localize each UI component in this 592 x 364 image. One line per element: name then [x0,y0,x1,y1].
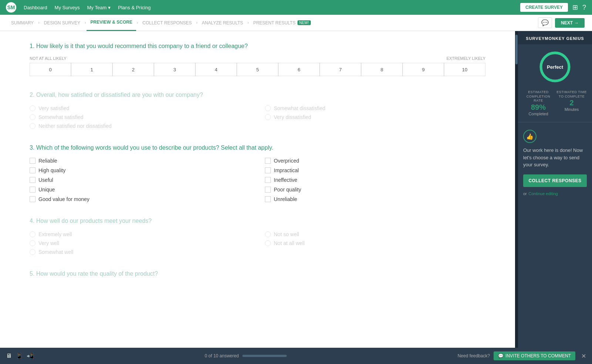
checkbox-unreliable[interactable] [265,196,271,202]
nav-dashboard[interactable]: Dashboard [24,5,47,10]
q3-option-impractical[interactable]: Impractical [265,167,485,173]
q3-label-unreliable: Unreliable [274,196,297,202]
breadcrumb-present-results[interactable]: PRESENT RESULTS NEW! [249,15,314,31]
q3-option-poor-quality[interactable]: Poor quality [265,187,485,193]
q4-option-5: Somewhat well [30,249,250,255]
question-3-options: Reliable Overpriced High quality Impract… [30,158,485,202]
question-4: 4. How well do our products meet your ne… [30,217,485,255]
q2-option-3: Somewhat satisfied [30,114,250,120]
question-3-title: 3. Which of the following words would yo… [30,144,485,152]
collect-responses-button[interactable]: COLLECT RESPONSES [523,174,587,187]
nps-cell-4[interactable]: 4 [195,63,237,76]
checkbox-poor-quality[interactable] [265,187,271,193]
question-1-title: 1. How likely is it that you would recom… [30,42,485,50]
nps-cell-9[interactable]: 9 [403,63,444,76]
nps-cell-1[interactable]: 1 [71,63,112,76]
q3-option-good-value[interactable]: Good value for money [30,196,250,202]
nps-cell-6[interactable]: 6 [278,63,320,76]
create-survey-button[interactable]: CREATE SURVEY [520,3,568,12]
nps-cell-5[interactable]: 5 [237,63,278,76]
question-4-title: 4. How well do our products meet your ne… [30,217,485,225]
nps-cell-2[interactable]: 2 [112,63,154,76]
q3-option-useful[interactable]: Useful [30,177,250,183]
question-2-title: 2. Overall, how satisfied or dissatisfie… [30,91,485,99]
checkbox-reliable[interactable] [30,158,36,164]
thumbs-up-icon: 👍 [523,130,536,143]
comment-button[interactable]: 💬 [538,17,552,28]
nps-cell-3[interactable]: 3 [154,63,195,76]
nps-cell-10[interactable]: 10 [444,63,485,76]
checkbox-ineffective[interactable] [265,177,271,183]
q3-option-overpriced[interactable]: Overpriced [265,158,485,164]
mobile-icon[interactable]: 📲 [27,353,34,360]
breadcrumb-preview-score[interactable]: PREVIEW & SCORE [87,15,136,31]
nav-my-surveys[interactable]: My Surveys [55,5,80,10]
time-label: ESTIMATED TIME TO COMPLETE [556,90,588,99]
breadcrumb-summary[interactable]: SUMMARY [7,15,37,31]
checkbox-overpriced[interactable] [265,158,271,164]
q4-label-5: Somewhat well [38,249,73,255]
feedback-section: Need feedback? 💬 INVITE OTHERS TO COMMEN… [458,351,586,360]
q2-option-2: Somewhat dissatisfied [265,105,485,111]
breadcrumb-arrow-1: › [37,21,40,25]
comment-icon: 💬 [498,353,504,358]
tablet-icon[interactable]: 📱 [16,353,23,360]
q2-label-3: Somewhat satisfied [38,114,83,120]
nav-plans-pricing[interactable]: Plans & Pricing [118,5,151,10]
q2-label-4: Very dissatisfied [274,114,311,120]
checkbox-good-value[interactable] [30,196,36,202]
q3-option-reliable[interactable]: Reliable [30,158,250,164]
completion-rate-value: 89% [522,103,554,112]
nav-my-team[interactable]: My Team ▾ [87,5,111,10]
q3-label-impractical: Impractical [274,167,299,173]
nps-cell-0[interactable]: 0 [30,63,71,76]
nav-left: SM Dashboard My Surveys My Team ▾ Plans … [6,2,151,13]
score-circle-container: Perfect [518,44,592,87]
question-3: 3. Which of the following words would yo… [30,144,485,202]
q2-option-5: Neither satisfied nor dissatisfied [30,123,250,129]
breadcrumb-collect-responses[interactable]: COLLECT RESPONSES [139,15,195,31]
nps-cell-7[interactable]: 7 [320,63,361,76]
checkbox-high-quality[interactable] [30,167,36,173]
q3-label-unique: Unique [38,187,55,193]
invite-others-button[interactable]: 💬 INVITE OTHERS TO COMMENT [494,351,575,360]
next-button[interactable]: NEXT → [555,18,585,28]
question-2: 2. Overall, how satisfied or dissatisfie… [30,91,485,129]
scroll-indicator [515,31,518,364]
q2-label-1: Very satisfied [38,105,69,111]
grid-icon[interactable]: ⊞ [572,3,578,11]
q3-option-high-quality[interactable]: High quality [30,167,250,173]
continue-editing-link[interactable]: Continue editing [528,191,558,196]
q3-option-unique[interactable]: Unique [30,187,250,193]
close-feedback-button[interactable]: ✕ [581,353,586,360]
breadcrumb-design-survey[interactable]: DESIGN SURVEY [40,15,84,31]
help-icon[interactable]: ? [582,4,586,11]
q4-label-3: Very well [38,240,59,246]
question-5: 5. How would you rate the quality of the… [30,270,485,278]
checkbox-unique[interactable] [30,187,36,193]
q2-option-1: Very satisfied [30,105,250,111]
checkbox-impractical[interactable] [265,167,271,173]
radio-circle [265,105,271,111]
survey-content: 1. How likely is it that you would recom… [0,31,515,364]
stats-grid: ESTIMATED COMPLETION RATE 89% Completed … [518,87,592,119]
question-5-title: 5. How would you rate the quality of the… [30,270,485,278]
logo[interactable]: SM [6,2,16,13]
q2-label-2: Somewhat dissatisfied [274,105,325,111]
breadcrumb-analyze-results[interactable]: ANALYZE RESULTS [198,15,247,31]
checkbox-useful[interactable] [30,177,36,183]
genius-header: SURVEYMONKEY GENIUS [518,31,592,44]
radio-circle [30,105,36,111]
completion-rate-label: ESTIMATED COMPLETION RATE [522,90,554,103]
completion-rate-sub: Completed [522,112,554,116]
time-stat: ESTIMATED TIME TO COMPLETE 2 Minutes [556,90,588,116]
nps-cell-8[interactable]: 8 [361,63,403,76]
q4-option-2: Not so well [265,231,485,237]
score-circle: Perfect [538,50,572,84]
main-layout: 1. How likely is it that you would recom… [0,31,592,364]
q3-option-ineffective[interactable]: Ineffective [265,177,485,183]
q3-option-unreliable[interactable]: Unreliable [265,196,485,202]
desktop-icon[interactable]: 🖥 [6,353,12,360]
nps-scale[interactable]: 0 1 2 3 4 5 6 7 8 9 10 [30,63,485,76]
q3-label-good-value: Good value for money [38,196,90,202]
